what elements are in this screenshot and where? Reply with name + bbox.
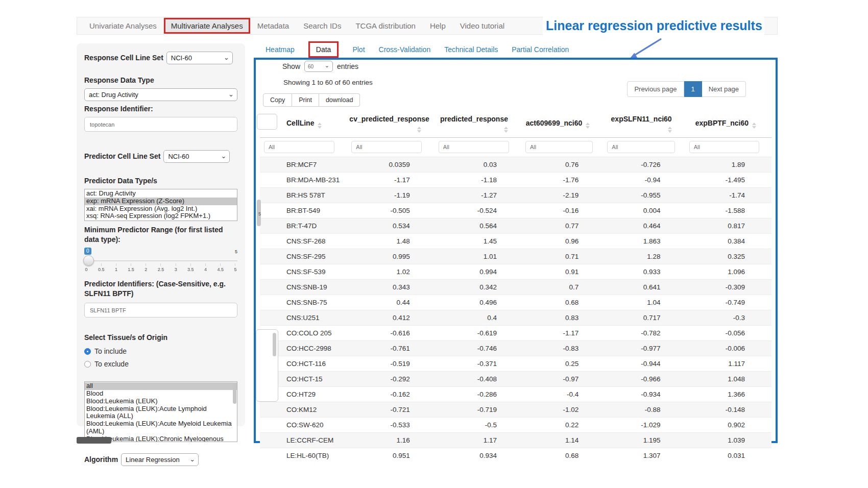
expslfn11-cell: -0.726 [605, 157, 687, 173]
algorithm-label: Algorithm [84, 455, 118, 465]
column-header-expslfn11-nci60[interactable]: expSLFN11_nci60 [605, 111, 687, 138]
scrollbar-thumb[interactable] [233, 383, 236, 404]
act609699-cell: 1.14 [523, 433, 605, 448]
list-option-selected[interactable]: exp: mRNA Expression (Z-Score) [85, 198, 237, 205]
tab-heatmap[interactable]: Heatmap [266, 45, 295, 54]
cropped-listbox-fragment [256, 329, 278, 402]
slider-max-label: 5 [235, 249, 237, 254]
column-filter-input[interactable] [525, 141, 593, 153]
predicted-response-cell: 0.564 [437, 218, 523, 234]
slider-track[interactable] [84, 260, 237, 261]
column-header-expbptf-nci60[interactable]: expBPTF_nci60 [687, 111, 771, 138]
predicted-response-cell: -0.619 [437, 326, 523, 341]
list-option[interactable]: Blood:Leukemia (LEUK):Acute Myeloid Leuk… [85, 420, 237, 435]
table-row: LE:HL-60(TB) 0.951 0.934 0.68 1.307 0.03… [260, 448, 771, 463]
predictor-data-types-label: Predictor Data Type/s [84, 176, 237, 186]
print-button[interactable]: Print [292, 93, 319, 107]
algorithm-select[interactable]: Linear Regression [121, 453, 199, 466]
radio-checked-icon [84, 348, 91, 355]
cellline-cell: BR:BT-549 [260, 203, 349, 218]
column-header-act609699-nci60[interactable]: act609699_nci60 [523, 111, 605, 138]
radio-unchecked-icon [84, 361, 91, 368]
predictor-data-types-listbox: act: Drug Activity exp: mRNA Expression … [84, 189, 237, 221]
expslfn11-cell: 0.004 [605, 203, 687, 218]
page-length-select[interactable]: 60 [304, 61, 333, 72]
page-1-button[interactable]: 1 [684, 81, 702, 97]
act609699-cell: 0.25 [523, 356, 605, 372]
cv-predicted-response-cell: 0.343 [349, 280, 436, 295]
sort-icon[interactable] [504, 127, 508, 133]
cv-predicted-response-cell: -1.17 [349, 173, 436, 188]
list-option[interactable]: Blood:Leukemia (LEUK):Acute Lymphoid Leu… [85, 405, 237, 421]
table-header-row: CellLine cv_predicted_response predicted… [260, 111, 771, 138]
act609699-cell: -0.16 [523, 203, 605, 218]
pagination: Previous page 1 Next page [627, 81, 746, 97]
expbptf-cell: 1.039 [687, 433, 771, 448]
expslfn11-cell: 0.464 [605, 218, 687, 234]
radio-to-exclude[interactable]: To exclude [84, 360, 237, 368]
cellline-cell: CNS:SNB-75 [260, 295, 349, 310]
response-data-type-select[interactable]: act: Drug Activity [84, 88, 237, 101]
column-header-predicted-response[interactable]: predicted_response [437, 111, 523, 138]
tab-cross-validation[interactable]: Cross-Validation [379, 45, 431, 54]
nav-item-metadata[interactable]: Metadata [250, 18, 297, 34]
cv-predicted-response-cell: 0.412 [349, 310, 436, 326]
radio-label: To exclude [94, 360, 129, 368]
sort-icon[interactable] [668, 127, 672, 133]
cv-predicted-response-cell: -0.505 [349, 203, 436, 218]
cellline-cell: LE:HL-60(TB) [260, 448, 349, 463]
column-filter-input[interactable] [439, 141, 509, 153]
predictor-cell-line-set-select[interactable]: NCI-60 [163, 150, 230, 163]
table-row: CO:KM12 -0.721 -0.719 -1.02 -0.88 -0.148 [260, 402, 771, 418]
sort-icon[interactable] [417, 127, 421, 133]
list-option[interactable]: act: Drug Activity [85, 190, 237, 198]
predicted-response-cell: 0.4 [437, 310, 523, 326]
cv-predicted-response-cell: 0.951 [349, 448, 436, 463]
list-option[interactable]: xai: mRNA Expression (Avg. log2 Int.) [85, 205, 237, 213]
act609699-cell: 0.77 [523, 218, 605, 234]
column-header-cv-predicted-response[interactable]: cv_predicted_response [349, 111, 436, 138]
list-option[interactable]: Blood:Leukemia (LEUK) [85, 398, 237, 405]
list-option[interactable]: Blood [85, 390, 237, 398]
predicted-response-cell: 1.01 [437, 249, 523, 264]
previous-page-button[interactable]: Previous page [627, 81, 684, 97]
table-row: CO:HCT-15 -0.292 -0.408 -0.97 -0.966 1.0… [260, 372, 771, 387]
nav-item-search-ids[interactable]: Search IDs [296, 18, 348, 34]
expslfn11-cell: -0.944 [605, 356, 687, 372]
act609699-cell: 0.22 [523, 418, 605, 433]
nav-item-tcga-distribution[interactable]: TCGA distribution [348, 18, 423, 34]
tab-plot[interactable]: Plot [352, 45, 365, 54]
response-cell-line-set-select[interactable]: NCI-60 [166, 52, 233, 64]
predictor-identifiers-input[interactable] [84, 303, 237, 318]
expbptf-cell: 1.048 [687, 372, 771, 387]
column-filter-input[interactable] [689, 141, 759, 153]
column-filter-input[interactable] [351, 141, 422, 153]
nav-item-video-tutorial[interactable]: Video tutorial [453, 18, 512, 34]
list-option-selected[interactable]: all [85, 382, 237, 390]
column-filter-input[interactable] [607, 141, 674, 153]
sort-icon[interactable] [318, 123, 322, 129]
column-filter-input[interactable] [264, 141, 334, 153]
nav-item-help[interactable]: Help [423, 18, 453, 34]
expbptf-cell: -1.74 [687, 188, 771, 203]
table-filter-row [260, 138, 771, 157]
tab-technical-details[interactable]: Technical Details [444, 45, 498, 54]
response-identifier-input[interactable] [84, 117, 237, 132]
table-row: LE:CCRF-CEM 1.16 1.17 1.14 1.195 1.039 [260, 433, 771, 448]
radio-to-include[interactable]: To include [84, 347, 237, 355]
nav-item-univariate-analyses[interactable]: Univariate Analyses [82, 18, 164, 34]
act609699-cell: 0.7 [523, 280, 605, 295]
act609699-cell: 0.83 [523, 310, 605, 326]
sort-icon[interactable] [586, 123, 590, 129]
sort-icon[interactable] [752, 123, 756, 129]
download-button[interactable]: download [319, 93, 360, 107]
table-row: CO:SW-620 -0.533 -0.5 0.22 -1.029 0.902 [260, 418, 771, 433]
nav-item-multivariate-analyses[interactable]: Multivariate Analyses [164, 18, 250, 34]
tab-data[interactable]: Data [308, 41, 339, 58]
predicted-response-cell: -0.746 [437, 341, 523, 356]
copy-button[interactable]: Copy [263, 93, 292, 107]
tab-partial-correlation[interactable]: Partial Correlation [512, 45, 569, 54]
next-page-button[interactable]: Next page [702, 81, 746, 97]
browser-tooltip-fragment [77, 437, 111, 444]
list-option[interactable]: xsq: RNA-seq Expression (log2 FPKM+1.) [85, 212, 237, 220]
